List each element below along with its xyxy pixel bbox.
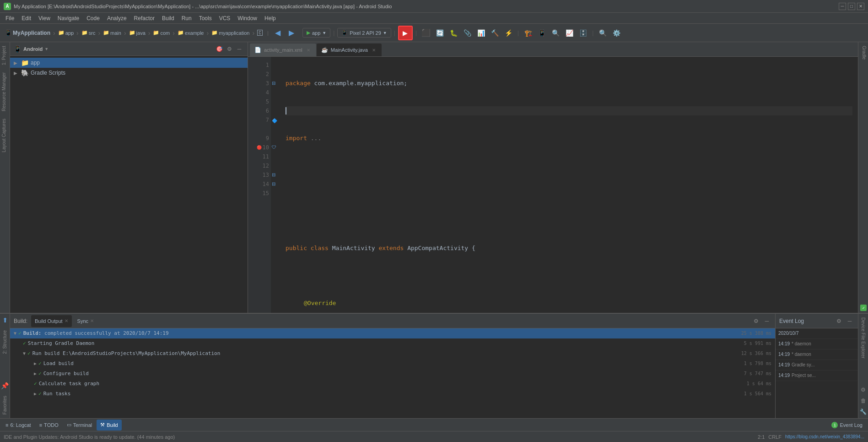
resource-manager-label[interactable]: Resource Manager bbox=[0, 69, 10, 115]
breadcrumb-myapplication[interactable]: 📁myapplication bbox=[210, 29, 251, 37]
tab-activity-main-xml[interactable]: 📄 activity_main.xml ✕ bbox=[250, 44, 316, 56]
project-settings-button[interactable]: ⚙ bbox=[225, 44, 234, 54]
breadcrumb-example[interactable]: 📁example bbox=[176, 29, 206, 37]
menu-tools[interactable]: Tools bbox=[195, 13, 216, 23]
menu-edit[interactable]: Edit bbox=[18, 13, 35, 23]
gradle-sync-icon[interactable]: ✓ bbox=[860, 305, 867, 311]
menu-view[interactable]: View bbox=[35, 13, 54, 23]
build-output-tab[interactable]: Build Output ✕ bbox=[31, 315, 72, 327]
build-row-2[interactable]: ▼ ✓ Run build E:\AndroidStudioProjects\M… bbox=[10, 349, 775, 359]
title-bar: A My Application [E:\Android\AndroidStud… bbox=[0, 0, 868, 13]
minimize-button[interactable]: ─ bbox=[839, 3, 846, 10]
todo-button[interactable]: ≡ TODO bbox=[36, 420, 62, 431]
breadcrumb-c[interactable]: 🄲 bbox=[255, 29, 264, 37]
code-content[interactable]: package com.example.myapplication; impor… bbox=[280, 57, 858, 313]
breadcrumb-java[interactable]: 📁java bbox=[127, 29, 147, 37]
breadcrumb-myapp[interactable]: 📱 MyApplication bbox=[3, 28, 52, 37]
navigate-back-button[interactable]: ◀ bbox=[271, 27, 284, 39]
favorites-label[interactable]: Favorites bbox=[1, 392, 9, 418]
build-row-6[interactable]: ▶ ✓ Run tasks 1 s 564 ms bbox=[10, 389, 775, 399]
build-button[interactable]: 🔨 bbox=[488, 27, 501, 39]
attach-button[interactable]: 📎 bbox=[461, 27, 474, 39]
layout-captures-label[interactable]: Layout Captures bbox=[0, 115, 10, 156]
menu-navigate[interactable]: Navigate bbox=[54, 13, 83, 23]
url-status[interactable]: https://blog.csdn.net/weixin_4383894... bbox=[785, 434, 864, 439]
event-row-2[interactable]: 14:19 * daemon bbox=[776, 349, 858, 360]
locate-button[interactable]: 🎯 bbox=[215, 44, 224, 54]
xml-tab-icon: 📄 bbox=[254, 47, 261, 53]
app-selector[interactable]: ▶ app ▼ bbox=[302, 28, 330, 38]
build-output-close[interactable]: ✕ bbox=[65, 318, 68, 323]
structure-label[interactable]: 2: Structure bbox=[1, 327, 9, 358]
logcat-button[interactable]: ≡ 6: Logcat bbox=[2, 420, 35, 431]
check-icon-0: ✓ bbox=[18, 329, 22, 338]
navigate-forward-button[interactable]: ▶ bbox=[285, 27, 298, 39]
tab-main-activity-java[interactable]: ☕ MainActivity.java ✕ bbox=[317, 44, 382, 56]
maximize-button[interactable]: □ bbox=[848, 3, 855, 10]
device-file-delete[interactable]: 🗑 bbox=[859, 396, 868, 405]
avd-manager-button[interactable]: 📱 bbox=[535, 27, 548, 39]
sync-tab[interactable]: Sync ✕ bbox=[74, 315, 97, 327]
close-button[interactable]: ✕ bbox=[857, 3, 864, 10]
menu-analyze[interactable]: Analyze bbox=[103, 13, 130, 23]
sync-close[interactable]: ✕ bbox=[90, 318, 94, 323]
breadcrumb-src[interactable]: 📁src bbox=[80, 29, 97, 37]
menu-code[interactable]: Code bbox=[83, 13, 103, 23]
settings-button[interactable]: ⚙️ bbox=[610, 27, 623, 39]
menu-run[interactable]: Run bbox=[178, 13, 195, 23]
pin-button[interactable]: 📌 bbox=[0, 379, 11, 392]
debug-button[interactable]: 🐛 bbox=[447, 27, 460, 39]
tree-item-gradle[interactable]: ▶ 🐘 Gradle Scripts bbox=[10, 68, 248, 78]
event-log-button[interactable]: 1 Event Log bbox=[828, 420, 866, 431]
tab-close-java[interactable]: ✕ bbox=[371, 47, 377, 53]
run-app-button[interactable]: ▶ bbox=[398, 26, 413, 40]
sync-button[interactable]: 🔄 bbox=[433, 27, 446, 39]
tab-close-xml[interactable]: ✕ bbox=[305, 47, 312, 53]
device-selector[interactable]: 📱 Pixel 2 API 29 ▼ bbox=[337, 28, 391, 38]
breadcrumb-com[interactable]: 📁com bbox=[151, 29, 172, 37]
build-row-0[interactable]: ▼ ✓ Build: completed successfully at 202… bbox=[10, 328, 775, 338]
collapse-button[interactable]: ─ bbox=[235, 44, 244, 54]
build-settings-button[interactable]: ⚙ bbox=[751, 316, 760, 326]
event-row-0[interactable]: 2020/10/7 bbox=[776, 328, 858, 339]
tree-item-app[interactable]: ▶ 📁 app bbox=[10, 58, 248, 68]
build-row-1[interactable]: ✓ Starting Gradle Daemon 5 s 991 ms bbox=[10, 338, 775, 349]
event-log-header: Event Log ⚙ ─ bbox=[776, 314, 858, 328]
structure-up-button[interactable]: ⬆ bbox=[0, 314, 11, 327]
menu-help[interactable]: Help bbox=[261, 13, 280, 23]
build-row-3[interactable]: ▶ ✓ Load build 1 s 798 ms bbox=[10, 359, 775, 369]
build-row-4[interactable]: ▶ ✓ Configure build 7 s 747 ms bbox=[10, 369, 775, 379]
build-row-5[interactable]: ✓ Calculate task graph 1 s 64 ms bbox=[10, 379, 775, 389]
event-row-1[interactable]: 14:19 * daemon bbox=[776, 339, 858, 349]
menu-file[interactable]: File bbox=[2, 13, 18, 23]
menu-vcs[interactable]: VCS bbox=[216, 13, 234, 23]
cursor-position[interactable]: 2:1 bbox=[758, 434, 765, 440]
event-log-minimize[interactable]: ─ bbox=[845, 316, 854, 326]
breadcrumb-app[interactable]: 📁app bbox=[56, 29, 75, 37]
terminal-button[interactable]: ▭ Terminal bbox=[63, 420, 96, 431]
db-inspector-button[interactable]: 🗄️ bbox=[577, 27, 589, 39]
menu-build[interactable]: Build bbox=[158, 13, 178, 23]
event-row-3[interactable]: 14:19 Gradle sy... bbox=[776, 360, 858, 371]
breadcrumb-main[interactable]: 📁main bbox=[101, 29, 123, 37]
gradle-panel-label[interactable]: Gradle bbox=[858, 42, 868, 63]
stop-button[interactable]: ⬛ bbox=[420, 27, 432, 39]
build-tool-button[interactable]: ⚒ Build bbox=[97, 420, 121, 431]
event-log-settings[interactable]: ⚙ bbox=[834, 316, 843, 326]
coverage-button[interactable]: ⚡ bbox=[502, 27, 515, 39]
profiler-button[interactable]: 📈 bbox=[563, 27, 576, 39]
sdk-manager-button[interactable]: 🏗️ bbox=[522, 27, 534, 39]
device-file-wrench[interactable]: 🔧 bbox=[859, 407, 868, 416]
search-everywhere-button[interactable]: 🔍 bbox=[596, 27, 609, 39]
line-ending[interactable]: CRLF bbox=[768, 434, 782, 440]
device-file-settings[interactable]: ⚙ bbox=[859, 385, 868, 394]
menu-refactor[interactable]: Refactor bbox=[130, 13, 158, 23]
build-minimize-button[interactable]: ─ bbox=[762, 316, 771, 326]
project-panel-label[interactable]: 1: Project bbox=[0, 42, 10, 69]
profile-button[interactable]: 📊 bbox=[474, 27, 487, 39]
layout-inspector-button[interactable]: 🔍 bbox=[549, 27, 562, 39]
device-file-explorer-label[interactable]: Device File Explorer bbox=[859, 314, 867, 362]
event-log-panel: Event Log ⚙ ─ 2020/10/7 14:19 * daemon 1… bbox=[776, 314, 858, 418]
event-row-4[interactable]: 14:19 Project se... bbox=[776, 371, 858, 381]
menu-window[interactable]: Window bbox=[234, 13, 261, 23]
